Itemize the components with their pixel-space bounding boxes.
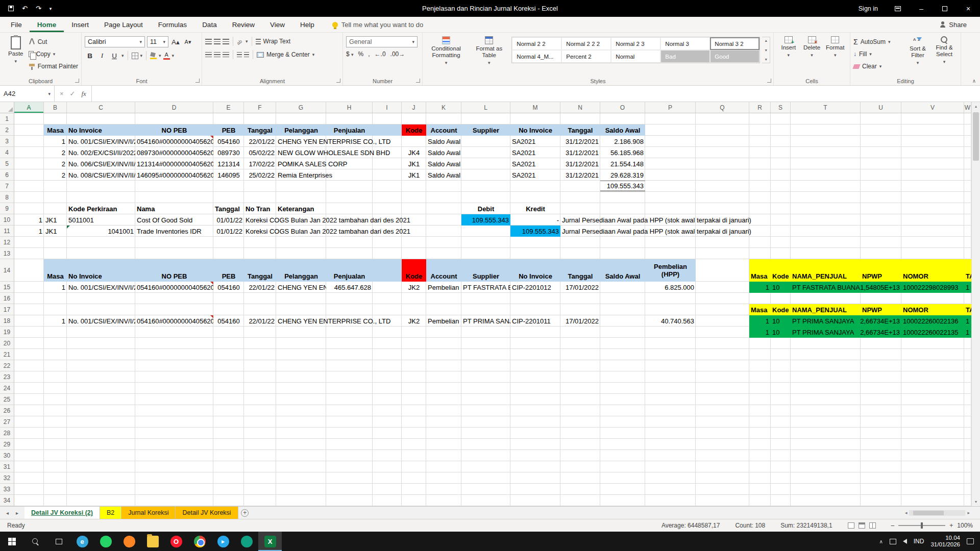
column-header-D[interactable]: D bbox=[135, 102, 213, 113]
row-header-1[interactable]: 1 bbox=[0, 113, 14, 124]
cell-G4[interactable]: NEW GLOW WHOLESALE SDN BHD bbox=[276, 147, 326, 158]
cell-N15[interactable]: 17/01/2022 bbox=[560, 282, 600, 293]
cell-F14[interactable]: Tanggal bbox=[244, 259, 276, 282]
decrease-indent-icon[interactable] bbox=[237, 52, 242, 58]
increase-indent-icon[interactable] bbox=[244, 52, 249, 58]
keyboard-icon[interactable] bbox=[890, 539, 896, 544]
next-sheet-icon[interactable]: ▸ bbox=[16, 510, 18, 516]
align-right-icon[interactable] bbox=[223, 52, 229, 58]
format-painter-button[interactable]: Format Painter bbox=[29, 61, 78, 71]
cell-C5[interactable]: No. 006/CSI/EX/INV/II/20 bbox=[67, 158, 135, 169]
bold-button[interactable]: B bbox=[85, 51, 95, 61]
cell-M9[interactable]: Kredit bbox=[510, 203, 560, 214]
row-header-19[interactable]: 19 bbox=[0, 327, 14, 338]
row-header-10[interactable]: 10 bbox=[0, 214, 14, 226]
format-as-table-button[interactable]: Format as Table ▾ bbox=[469, 35, 509, 76]
cell-M6[interactable]: SA2021 bbox=[510, 169, 560, 181]
cell-T17[interactable]: NAMA_PENJUAL bbox=[791, 304, 861, 315]
cell-L10[interactable]: 109.555.343 bbox=[461, 214, 510, 226]
style-bad[interactable]: Bad bbox=[660, 50, 710, 63]
cell-V15[interactable]: 100022298028993 bbox=[901, 282, 964, 293]
number-format-select[interactable]: General▾ bbox=[346, 36, 418, 47]
cell-O6[interactable]: 29.628.319 bbox=[600, 169, 645, 181]
cut-button[interactable]: Cut bbox=[29, 37, 78, 47]
column-header-I[interactable]: I bbox=[373, 102, 402, 113]
cell-W14[interactable]: TA bbox=[964, 259, 971, 282]
maximize-icon[interactable] bbox=[933, 0, 957, 17]
cell-B3[interactable]: 1 bbox=[44, 136, 67, 147]
save-icon[interactable] bbox=[8, 6, 14, 11]
formula-input[interactable] bbox=[92, 86, 980, 102]
cell-F10[interactable]: Koreksi COGS Bulan Jan 2022 tambahan dar… bbox=[244, 214, 276, 226]
close-icon[interactable]: × bbox=[957, 0, 980, 17]
column-header-F[interactable]: F bbox=[244, 102, 276, 113]
row-header-7[interactable]: 7 bbox=[0, 181, 14, 192]
row-header-6[interactable]: 6 bbox=[0, 169, 14, 181]
row-header-20[interactable]: 20 bbox=[0, 338, 14, 349]
row-header-21[interactable]: 21 bbox=[0, 349, 14, 360]
normal-view-icon[interactable] bbox=[848, 522, 854, 529]
row-header-22[interactable]: 22 bbox=[0, 360, 14, 371]
increase-font-icon[interactable]: A▴ bbox=[170, 37, 181, 47]
cell-F18[interactable]: 22/01/22 bbox=[244, 315, 276, 327]
zoom-slider[interactable] bbox=[898, 525, 945, 526]
cell-W19[interactable]: 1 bbox=[964, 327, 971, 338]
cell-M18[interactable]: CIP-2201011 bbox=[510, 315, 560, 327]
row-header-12[interactable]: 12 bbox=[0, 237, 14, 248]
cell-V17[interactable]: NOMOR bbox=[901, 304, 964, 315]
cell-D15[interactable]: 054160#00000000405620 bbox=[135, 282, 213, 293]
style-normal-2-2[interactable]: Normal 2 2 bbox=[512, 37, 561, 50]
row-header-31[interactable]: 31 bbox=[0, 461, 14, 472]
zoom-out-icon[interactable]: – bbox=[891, 522, 895, 529]
name-box[interactable]: A42▾ bbox=[0, 86, 55, 102]
cell-W17[interactable]: TA bbox=[964, 304, 971, 315]
cell-K15[interactable]: Pembelian bbox=[426, 282, 461, 293]
cancel-icon[interactable]: × bbox=[60, 90, 64, 97]
ribbon-tab-page-layout[interactable]: Page Layout bbox=[96, 17, 151, 32]
ribbon-tab-help[interactable]: Help bbox=[292, 17, 322, 32]
row-header-24[interactable]: 24 bbox=[0, 383, 14, 394]
cell-D11[interactable]: Trade Inventories IDR bbox=[135, 226, 213, 237]
cell-D4[interactable]: 089730#00000000405620 bbox=[135, 147, 213, 158]
style-normal[interactable]: Normal bbox=[611, 50, 660, 63]
cell-M14[interactable]: No Invoice bbox=[510, 259, 560, 282]
taskbar-app-opera[interactable]: O bbox=[164, 532, 188, 551]
vertical-scrollbar[interactable]: ▴ ▾ bbox=[971, 102, 980, 506]
cell-G14[interactable]: Pelanggan bbox=[276, 259, 326, 282]
fill-color-icon[interactable] bbox=[150, 53, 157, 59]
cell-G6[interactable]: Remia Enterprises bbox=[276, 169, 326, 181]
align-middle-icon[interactable] bbox=[214, 39, 220, 44]
decrease-font-icon[interactable]: A▾ bbox=[183, 37, 193, 47]
row-header-23[interactable]: 23 bbox=[0, 371, 14, 383]
sheet-tab-jurnal-koreksi[interactable]: Jurnal Koreksi bbox=[121, 507, 176, 519]
cell-G18[interactable]: CHENG YEN ENTERPRISE CO., LTD bbox=[276, 315, 326, 327]
cell-W18[interactable]: 1 bbox=[964, 315, 971, 327]
cell-C11[interactable]: 1041001 bbox=[67, 226, 135, 237]
page-break-view-icon[interactable] bbox=[869, 522, 876, 529]
new-sheet-button[interactable]: + bbox=[238, 507, 252, 519]
share-button[interactable]: Share bbox=[940, 17, 980, 32]
conditional-formatting-button[interactable]: Conditional Formatting ▾ bbox=[426, 35, 467, 76]
zoom-level[interactable]: 100% bbox=[957, 522, 973, 529]
cell-A11[interactable]: 1 bbox=[14, 226, 44, 237]
cell-I14[interactable] bbox=[373, 259, 402, 282]
taskbar-app-teams[interactable] bbox=[235, 532, 258, 551]
cell-G5[interactable]: POMIKA SALES CORP bbox=[276, 158, 326, 169]
cell-B18[interactable]: 1 bbox=[44, 315, 67, 327]
cell-J5[interactable]: JK1 bbox=[402, 158, 426, 169]
cell-H14[interactable]: Penjualan bbox=[326, 259, 373, 282]
row-header-25[interactable]: 25 bbox=[0, 394, 14, 405]
cell-L18[interactable]: PT PRIMA SANJAYA bbox=[461, 315, 510, 327]
cell-U18[interactable]: 2,66734E+13 bbox=[861, 315, 901, 327]
cell-F4[interactable]: 05/02/22 bbox=[244, 147, 276, 158]
taskbar-app-excel[interactable]: X bbox=[258, 532, 282, 551]
row-header-33[interactable]: 33 bbox=[0, 484, 14, 495]
sheet-tab-detail-jv-koreksi-2[interactable]: Detail JV Koreksi (2) bbox=[24, 507, 100, 519]
sign-in-button[interactable]: Sign in bbox=[850, 0, 886, 17]
cell-F2[interactable]: Tanggal bbox=[244, 124, 276, 136]
row-header-18[interactable]: 18 bbox=[0, 315, 14, 327]
sort-filter-button[interactable]: Sort & Filter▾ bbox=[904, 35, 931, 76]
cell-U19[interactable]: 2,66734E+13 bbox=[861, 327, 901, 338]
row-header-4[interactable]: 4 bbox=[0, 147, 14, 158]
cell-K6[interactable]: Saldo Awal bbox=[426, 169, 461, 181]
